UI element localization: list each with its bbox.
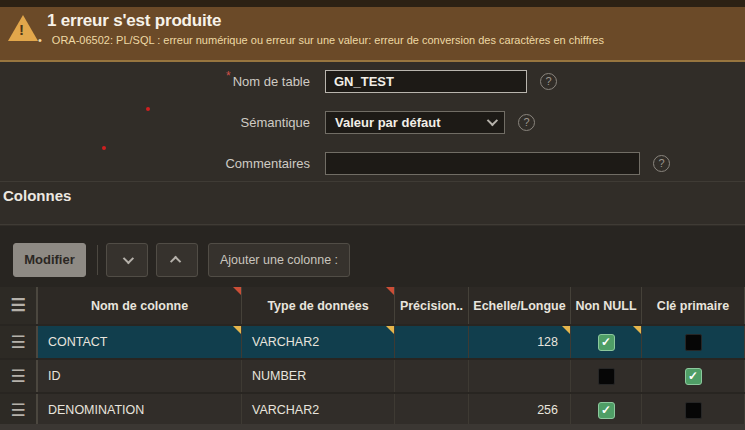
non-null-checkbox[interactable]: ✓ — [598, 334, 615, 351]
error-title: 1 erreur s'est produite — [47, 11, 221, 31]
primary-key-checkbox[interactable]: ✓ — [685, 368, 702, 385]
help-icon[interactable]: ? — [653, 155, 670, 172]
table-row[interactable]: ☰DENOMINATIONVARCHAR2256✓ — [0, 394, 745, 426]
columns-table: ☰Nom de colonneType de donnéesPrécision.… — [0, 287, 745, 428]
row-menu-button[interactable]: ☰ — [0, 326, 38, 358]
primary-key-checkbox-cell[interactable]: ✓ — [642, 360, 745, 392]
row-menu-header-cell: ☰ — [0, 287, 38, 324]
semantics-select[interactable]: Valeur par défaut — [325, 111, 505, 134]
comments-label: Commentaires — [0, 156, 310, 171]
non-null-checkbox-cell[interactable]: ✓ — [571, 326, 642, 358]
columns-grid: Modifier Ajouter une colonne : ☰Nom de c… — [0, 226, 745, 430]
table-header-row: ☰Nom de colonneType de donnéesPrécision.… — [0, 287, 745, 324]
primary-key-checkbox-cell[interactable] — [642, 394, 745, 426]
precision-cell[interactable] — [395, 394, 469, 426]
table-row[interactable]: ☰IDNUMBER✓ — [0, 360, 745, 392]
non-null-checkbox[interactable] — [598, 368, 615, 385]
column-name-cell[interactable]: ID — [38, 360, 242, 392]
divider — [0, 181, 745, 182]
non-null-checkbox-cell[interactable] — [571, 360, 642, 392]
semantics-label: Sémantique — [0, 115, 310, 130]
error-message-text: ORA-06502: PL/SQL : erreur numérique ou … — [52, 34, 604, 46]
columns-section-title: Colonnes — [3, 187, 71, 204]
row-menu-button[interactable]: ☰ — [0, 394, 38, 426]
primary-key-checkbox[interactable] — [685, 402, 702, 419]
red-dot-artifact — [146, 107, 150, 111]
primary-key-checkbox-cell[interactable] — [642, 326, 745, 358]
table-name-row: *Nom de table ? — [0, 68, 557, 94]
error-banner: 1 erreur s'est produite •ORA-06502: PL/S… — [0, 0, 745, 62]
table-footer-strip — [0, 424, 745, 430]
hamburger-icon: ☰ — [10, 334, 25, 351]
add-column-button[interactable]: Ajouter une colonne : — [208, 243, 350, 277]
bullet-icon: • — [38, 34, 42, 46]
divider — [0, 224, 745, 225]
red-dot-artifact — [102, 146, 106, 150]
data-type-cell[interactable]: NUMBER — [242, 360, 395, 392]
banner-top-strip — [0, 0, 745, 7]
toolbar-divider — [97, 245, 98, 275]
column-header[interactable]: Echelle/Longue — [469, 287, 571, 324]
help-icon[interactable]: ? — [540, 73, 557, 90]
grid-toolbar: Modifier Ajouter une colonne : — [0, 242, 745, 277]
table-name-label: *Nom de table — [0, 74, 310, 89]
hamburger-icon: ☰ — [10, 402, 25, 419]
move-up-button[interactable] — [156, 243, 198, 277]
table-name-input[interactable] — [325, 70, 527, 93]
non-null-checkbox-cell[interactable]: ✓ — [571, 394, 642, 426]
scale-length-cell[interactable]: 256 — [469, 394, 571, 426]
chevron-down-icon — [123, 252, 134, 263]
row-menu-button[interactable]: ☰ — [0, 360, 38, 392]
column-header[interactable]: Précision.. — [395, 287, 469, 324]
modify-button[interactable]: Modifier — [13, 243, 86, 277]
hamburger-icon: ☰ — [10, 297, 25, 314]
scale-length-cell[interactable]: 128 — [469, 326, 571, 358]
required-asterisk: * — [226, 69, 231, 83]
non-null-checkbox[interactable]: ✓ — [598, 402, 615, 419]
column-header[interactable]: Nom de colonne — [38, 287, 242, 324]
chevron-down-icon — [487, 115, 498, 126]
error-message: •ORA-06502: PL/SQL : erreur numérique ou… — [38, 34, 604, 46]
scale-length-cell[interactable] — [469, 360, 571, 392]
column-header[interactable]: Clé primaire — [642, 287, 745, 324]
warning-triangle-icon — [8, 15, 38, 41]
comments-row: Commentaires ? — [0, 150, 670, 176]
data-type-cell[interactable]: VARCHAR2 — [242, 394, 395, 426]
table-row[interactable]: ☰CONTACTVARCHAR2128✓ — [0, 326, 745, 358]
precision-cell[interactable] — [395, 360, 469, 392]
data-type-cell[interactable]: VARCHAR2 — [242, 326, 395, 358]
precision-cell[interactable] — [395, 326, 469, 358]
help-icon[interactable]: ? — [518, 114, 535, 131]
table-editor-page: 1 erreur s'est produite •ORA-06502: PL/S… — [0, 0, 745, 430]
semantics-row: Sémantique Valeur par défaut ? — [0, 109, 535, 135]
column-header[interactable]: Type de données — [242, 287, 395, 324]
move-down-button[interactable] — [106, 243, 148, 277]
chevron-up-icon — [170, 255, 181, 266]
column-header[interactable]: Non NULL — [571, 287, 642, 324]
semantics-selected-value: Valeur par défaut — [335, 115, 440, 130]
column-name-cell[interactable]: DENOMINATION — [38, 394, 242, 426]
hamburger-icon: ☰ — [10, 368, 25, 385]
column-name-cell[interactable]: CONTACT — [38, 326, 242, 358]
comments-input[interactable] — [325, 152, 640, 175]
primary-key-checkbox[interactable] — [685, 334, 702, 351]
